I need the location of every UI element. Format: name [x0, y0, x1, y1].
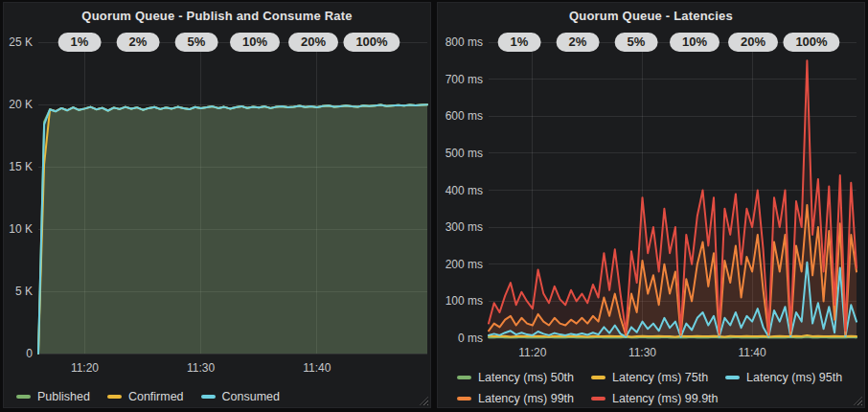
- legend-label: Confirmed: [128, 390, 184, 403]
- y-axis-label: 200 ms: [438, 258, 483, 271]
- legend-label: Published: [37, 390, 90, 403]
- annotation-pill-100pct[interactable]: 100%: [783, 33, 839, 52]
- series-area-latency-ms-99-9th: [489, 60, 857, 338]
- panel-title: Quorum Queue - Latencies: [438, 9, 864, 23]
- x-axis-label: 11:30: [613, 346, 671, 359]
- annotation-pill-10pct[interactable]: 10%: [230, 33, 280, 52]
- panel-publish-consume-rate: Quorum Queue - Publish and Consume Rate …: [3, 2, 431, 408]
- legend-color-dash: [107, 395, 122, 399]
- legend-color-dash: [457, 397, 471, 401]
- annotation-pill-5pct[interactable]: 5%: [175, 33, 218, 52]
- y-axis-label: 0 ms: [438, 332, 483, 345]
- annotation-pill-5pct[interactable]: 5%: [615, 33, 658, 52]
- panel-title: Quorum Queue - Publish and Consume Rate: [4, 9, 430, 23]
- legend-item-latency-ms-50th[interactable]: Latency (ms) 50th: [457, 371, 574, 384]
- x-axis-label: 11:40: [288, 361, 346, 375]
- y-axis-label: 10 K: [4, 222, 33, 236]
- legend-row: PublishedConfirmedConsumed: [16, 385, 297, 403]
- legend-item-published[interactable]: Published: [16, 390, 90, 403]
- x-axis-label: 11:20: [56, 361, 113, 375]
- chart-canvas[interactable]: [4, 3, 432, 409]
- y-axis-label: 500 ms: [438, 147, 483, 160]
- legend-item-confirmed[interactable]: Confirmed: [107, 390, 184, 403]
- panel-latencies: Quorum Queue - Latencies 0 ms100 ms200 m…: [437, 2, 865, 408]
- annotation-pill-2pct[interactable]: 2%: [117, 33, 160, 52]
- annotation-pill-2pct[interactable]: 2%: [557, 33, 600, 52]
- annotation-pill-100pct[interactable]: 100%: [343, 33, 400, 52]
- y-axis-label: 20 K: [4, 98, 33, 111]
- legend-color-dash: [16, 395, 31, 399]
- y-axis-label: 15 K: [4, 160, 33, 173]
- y-axis-label: 600 ms: [438, 109, 483, 123]
- annotation-pill-20pct[interactable]: 20%: [728, 33, 778, 52]
- legend-label: Latency (ms) 99.9th: [612, 392, 718, 405]
- legend-row: Latency (ms) 50thLatency (ms) 75thLatenc…: [457, 366, 859, 384]
- y-axis-label: 25 K: [4, 35, 33, 49]
- y-axis-label: 100 ms: [438, 294, 483, 308]
- legend-color-dash: [457, 376, 471, 379]
- legend-row: Latency (ms) 99thLatency (ms) 99.9th: [457, 387, 736, 405]
- annotation-pill-1pct[interactable]: 1%: [498, 33, 541, 52]
- legend-item-latency-ms-75th[interactable]: Latency (ms) 75th: [591, 371, 708, 384]
- x-axis-label: 11:30: [172, 361, 230, 375]
- y-axis-label: 0: [4, 347, 33, 360]
- y-axis-label: 300 ms: [438, 220, 483, 234]
- y-axis-label: 5 K: [4, 285, 33, 298]
- y-axis-label: 700 ms: [438, 73, 483, 86]
- y-axis-label: 400 ms: [438, 184, 483, 197]
- annotation-pill-1pct[interactable]: 1%: [58, 33, 102, 52]
- legend-color-dash: [591, 397, 605, 401]
- legend-item-latency-ms-99th[interactable]: Latency (ms) 99th: [457, 392, 574, 405]
- legend-item-latency-ms-95th[interactable]: Latency (ms) 95th: [725, 371, 842, 384]
- legend-color-dash: [201, 395, 216, 399]
- legend-label: Latency (ms) 50th: [478, 371, 574, 384]
- series-area-consumed: [38, 104, 427, 354]
- annotation-pill-10pct[interactable]: 10%: [670, 33, 720, 52]
- legend-label: Consumed: [222, 390, 280, 403]
- x-axis-label: 11:20: [504, 346, 561, 359]
- legend-item-consumed[interactable]: Consumed: [201, 390, 280, 403]
- legend-label: Latency (ms) 95th: [746, 371, 842, 384]
- y-axis-label: 800 ms: [438, 35, 483, 49]
- legend-color-dash: [725, 376, 740, 379]
- legend-label: Latency (ms) 75th: [612, 371, 708, 384]
- legend-item-latency-ms-99-9th[interactable]: Latency (ms) 99.9th: [591, 392, 718, 405]
- annotation-pill-20pct[interactable]: 20%: [288, 33, 338, 52]
- legend-label: Latency (ms) 99th: [478, 392, 574, 405]
- x-axis-label: 11:40: [723, 346, 781, 359]
- legend-color-dash: [591, 376, 605, 379]
